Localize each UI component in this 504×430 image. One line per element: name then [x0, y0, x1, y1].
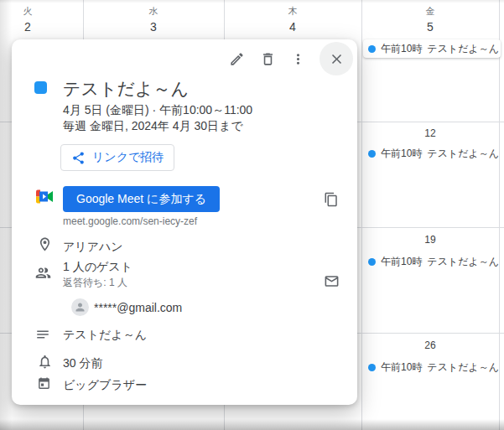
event-color-dot [368, 45, 376, 53]
edit-icon [229, 51, 245, 67]
invite-by-link-button[interactable]: リンクで招待 [60, 144, 174, 171]
event-time: 午前10時 [381, 360, 422, 375]
event-title: テストだよ～ん [427, 255, 499, 269]
top-edge-shadow [0, 0, 504, 3]
attendee-email: *****@gmail.com [94, 301, 182, 314]
meet-link-text: meet.google.com/sen-iecy-zef [63, 215, 197, 227]
event-title: テストだよ～ん [427, 147, 499, 161]
event-title: テストだよ～ん [63, 77, 189, 101]
calendar-event[interactable]: 午前10時 テストだよ～ん [368, 360, 499, 375]
date-number[interactable]: 19 [361, 234, 499, 246]
event-details-popup: テストだよ～ん 4月 5日 (金曜日) · 午前10:00～11:00 毎週 金… [12, 39, 357, 405]
date-number[interactable]: 12 [361, 127, 499, 139]
event-color-dot [368, 150, 376, 158]
calendar-icon [37, 376, 51, 391]
event-time: 午前10時 [381, 147, 422, 161]
guests-icon [34, 264, 52, 282]
event-color-chip [34, 81, 47, 94]
person-icon [74, 301, 86, 313]
event-title: テストだよ～ん [427, 42, 499, 56]
left-edge-shadow [0, 0, 12, 430]
attendee-avatar [71, 298, 89, 316]
calendar-name: ビッグブラザー [63, 378, 147, 393]
envelope-icon [324, 273, 340, 289]
date-number[interactable]: 26 [361, 339, 499, 351]
more-options-button[interactable] [287, 48, 309, 70]
invite-by-link-label: リンクで招待 [92, 150, 164, 165]
day-header-wed: 水 3 [83, 5, 224, 34]
email-guests-button[interactable] [322, 272, 340, 290]
event-datetime: 4月 5日 (金曜日) · 午前10:00～11:00 [63, 103, 252, 118]
day-header-tue: 火 2 [0, 5, 55, 34]
event-time: 午前10時 [381, 42, 422, 56]
event-time: 午前10時 [381, 255, 422, 269]
copy-icon [324, 192, 339, 207]
calendar-event[interactable]: 午前10時 テストだよ～ん [368, 255, 499, 269]
delete-button[interactable] [257, 48, 278, 70]
close-icon [329, 51, 345, 67]
event-location: アリアハン [63, 240, 123, 255]
share-icon [71, 151, 86, 165]
event-description: テストだよ～ん [63, 328, 147, 343]
guest-count: 1 人のゲスト [63, 260, 132, 275]
guest-response-status: 返答待ち: 1 人 [63, 276, 127, 290]
join-google-meet-button[interactable]: Google Meet に参加する [63, 186, 220, 212]
grid-divider-vertical [499, 0, 500, 430]
day-header-fri: 金 5 [361, 5, 499, 34]
bottom-edge-shadow [0, 419, 504, 430]
copy-meet-link-button[interactable] [322, 190, 340, 209]
description-icon [35, 327, 50, 342]
day-number[interactable]: 3 [83, 19, 224, 34]
edit-button[interactable] [226, 48, 247, 70]
event-color-dot [368, 258, 376, 266]
event-title: テストだよ～ん [427, 360, 499, 375]
google-meet-logo-icon [36, 189, 53, 207]
day-name: 木 [224, 5, 361, 18]
calendar-event[interactable]: 午前10時 テストだよ～ん [368, 147, 499, 161]
day-number[interactable]: 2 [0, 19, 55, 34]
calendar-event-selected[interactable]: 午前10時 テストだよ～ん [363, 39, 501, 58]
day-header-thu: 木 4 [224, 5, 361, 34]
day-number[interactable]: 5 [361, 19, 499, 34]
event-notification: 30 分前 [63, 356, 102, 371]
close-button[interactable] [320, 42, 353, 75]
location-pin-icon [37, 236, 53, 252]
event-recurrence: 毎週 金曜日, 2024年 4月 30日まで [63, 119, 243, 134]
more-options-icon [290, 51, 306, 67]
day-name: 金 [361, 5, 499, 18]
delete-icon [260, 51, 276, 67]
grid-divider-vertical [361, 0, 362, 430]
day-name: 水 [83, 5, 224, 18]
event-color-dot [368, 364, 376, 371]
notification-bell-icon [37, 354, 53, 370]
day-number[interactable]: 4 [224, 19, 361, 34]
day-name: 火 [0, 5, 55, 18]
